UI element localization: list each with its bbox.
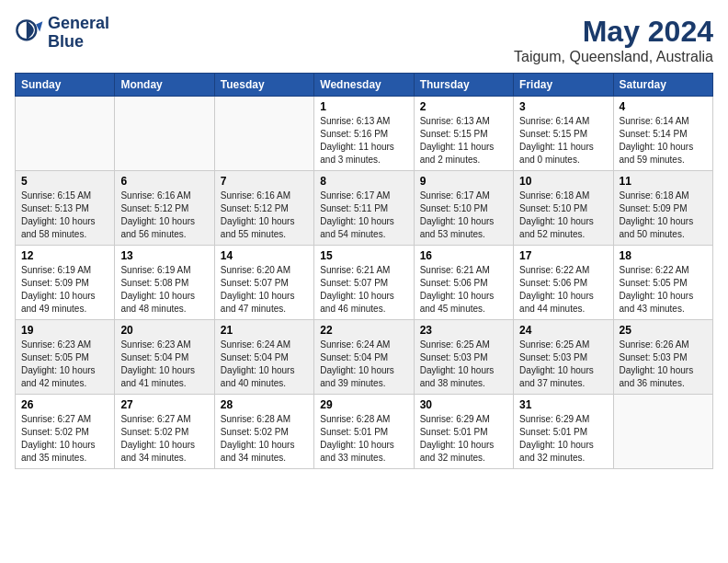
weekday-header-tuesday: Tuesday: [214, 74, 313, 97]
calendar-cell: 8Sunrise: 6:17 AM Sunset: 5:11 PM Daylig…: [314, 171, 414, 246]
calendar-cell: 21Sunrise: 6:24 AM Sunset: 5:04 PM Dayli…: [214, 320, 313, 395]
calendar-cell: 2Sunrise: 6:13 AM Sunset: 5:15 PM Daylig…: [414, 97, 513, 171]
weekday-header-saturday: Saturday: [613, 74, 712, 97]
day-info: Sunrise: 6:18 AM Sunset: 5:10 PM Dayligh…: [519, 190, 607, 241]
calendar-cell: 1Sunrise: 6:13 AM Sunset: 5:16 PM Daylig…: [314, 97, 414, 171]
calendar-cell: 29Sunrise: 6:28 AM Sunset: 5:01 PM Dayli…: [314, 395, 414, 469]
calendar-cell: 4Sunrise: 6:14 AM Sunset: 5:14 PM Daylig…: [613, 97, 712, 171]
day-number: 3: [519, 100, 607, 113]
day-number: 28: [221, 398, 308, 411]
calendar-cell: 20Sunrise: 6:23 AM Sunset: 5:04 PM Dayli…: [115, 320, 214, 395]
calendar-cell: 6Sunrise: 6:16 AM Sunset: 5:12 PM Daylig…: [115, 171, 214, 246]
calendar-cell: 25Sunrise: 6:26 AM Sunset: 5:03 PM Dayli…: [613, 320, 712, 395]
day-number: 19: [21, 324, 108, 337]
calendar-cell: [115, 97, 214, 171]
day-info: Sunrise: 6:25 AM Sunset: 5:03 PM Dayligh…: [519, 339, 607, 390]
day-info: Sunrise: 6:23 AM Sunset: 5:05 PM Dayligh…: [21, 339, 108, 390]
day-info: Sunrise: 6:19 AM Sunset: 5:09 PM Dayligh…: [21, 264, 108, 316]
calendar-cell: 5Sunrise: 6:15 AM Sunset: 5:13 PM Daylig…: [16, 171, 115, 246]
day-info: Sunrise: 6:16 AM Sunset: 5:12 PM Dayligh…: [221, 190, 308, 241]
calendar-cell: 14Sunrise: 6:20 AM Sunset: 5:07 PM Dayli…: [214, 246, 313, 320]
day-number: 25: [620, 324, 707, 337]
calendar-cell: 13Sunrise: 6:19 AM Sunset: 5:08 PM Dayli…: [115, 246, 214, 320]
calendar-cell: 27Sunrise: 6:27 AM Sunset: 5:02 PM Dayli…: [115, 395, 214, 469]
weekday-header-thursday: Thursday: [414, 74, 513, 97]
calendar-week-2: 5Sunrise: 6:15 AM Sunset: 5:13 PM Daylig…: [16, 171, 713, 246]
day-number: 21: [221, 324, 308, 337]
weekday-header-sunday: Sunday: [16, 74, 115, 97]
logo: General Blue: [15, 15, 109, 52]
weekday-header-row: SundayMondayTuesdayWednesdayThursdayFrid…: [16, 74, 713, 97]
weekday-header-wednesday: Wednesday: [314, 74, 414, 97]
calendar-cell: 28Sunrise: 6:28 AM Sunset: 5:02 PM Dayli…: [214, 395, 313, 469]
day-info: Sunrise: 6:29 AM Sunset: 5:01 PM Dayligh…: [519, 413, 607, 465]
calendar-cell: 31Sunrise: 6:29 AM Sunset: 5:01 PM Dayli…: [514, 395, 613, 469]
calendar-cell: 23Sunrise: 6:25 AM Sunset: 5:03 PM Dayli…: [414, 320, 513, 395]
day-info: Sunrise: 6:25 AM Sunset: 5:03 PM Dayligh…: [420, 339, 507, 390]
calendar-cell: 16Sunrise: 6:21 AM Sunset: 5:06 PM Dayli…: [414, 246, 513, 320]
day-info: Sunrise: 6:17 AM Sunset: 5:10 PM Dayligh…: [420, 190, 507, 241]
page-header: General Blue May 2024 Taigum, Queensland…: [15, 15, 713, 65]
day-number: 9: [420, 175, 507, 188]
weekday-header-friday: Friday: [514, 74, 613, 97]
day-info: Sunrise: 6:15 AM Sunset: 5:13 PM Dayligh…: [21, 190, 108, 241]
day-number: 29: [320, 398, 407, 411]
day-info: Sunrise: 6:22 AM Sunset: 5:05 PM Dayligh…: [620, 264, 707, 316]
day-number: 12: [21, 249, 108, 262]
day-info: Sunrise: 6:17 AM Sunset: 5:11 PM Dayligh…: [320, 190, 407, 241]
day-info: Sunrise: 6:16 AM Sunset: 5:12 PM Dayligh…: [120, 190, 208, 241]
day-info: Sunrise: 6:13 AM Sunset: 5:16 PM Dayligh…: [320, 115, 407, 167]
calendar-cell: 9Sunrise: 6:17 AM Sunset: 5:10 PM Daylig…: [414, 171, 513, 246]
calendar-week-4: 19Sunrise: 6:23 AM Sunset: 5:05 PM Dayli…: [16, 320, 713, 395]
day-info: Sunrise: 6:21 AM Sunset: 5:07 PM Dayligh…: [320, 264, 407, 316]
calendar-cell: 12Sunrise: 6:19 AM Sunset: 5:09 PM Dayli…: [16, 246, 115, 320]
day-info: Sunrise: 6:14 AM Sunset: 5:15 PM Dayligh…: [519, 115, 607, 167]
day-number: 5: [21, 175, 108, 188]
day-number: 16: [420, 249, 507, 262]
calendar-cell: 17Sunrise: 6:22 AM Sunset: 5:06 PM Dayli…: [514, 246, 613, 320]
calendar-cell: 7Sunrise: 6:16 AM Sunset: 5:12 PM Daylig…: [214, 171, 313, 246]
day-info: Sunrise: 6:26 AM Sunset: 5:03 PM Dayligh…: [620, 339, 707, 390]
day-number: 22: [320, 324, 407, 337]
month-title: May 2024: [514, 15, 713, 49]
calendar-week-1: 1Sunrise: 6:13 AM Sunset: 5:16 PM Daylig…: [16, 97, 713, 171]
calendar-cell: 15Sunrise: 6:21 AM Sunset: 5:07 PM Dayli…: [314, 246, 414, 320]
day-number: 10: [519, 175, 607, 188]
day-number: 2: [420, 100, 507, 113]
day-number: 11: [620, 175, 707, 188]
day-number: 20: [120, 324, 208, 337]
day-number: 18: [620, 249, 707, 262]
day-number: 8: [320, 175, 407, 188]
day-number: 6: [120, 175, 208, 188]
day-number: 1: [320, 100, 407, 113]
day-info: Sunrise: 6:22 AM Sunset: 5:06 PM Dayligh…: [519, 264, 607, 316]
day-info: Sunrise: 6:24 AM Sunset: 5:04 PM Dayligh…: [320, 339, 407, 390]
location-title: Taigum, Queensland, Australia: [514, 49, 713, 65]
day-info: Sunrise: 6:13 AM Sunset: 5:15 PM Dayligh…: [420, 115, 507, 167]
calendar-cell: 18Sunrise: 6:22 AM Sunset: 5:05 PM Dayli…: [613, 246, 712, 320]
day-number: 17: [519, 249, 607, 262]
day-info: Sunrise: 6:28 AM Sunset: 5:02 PM Dayligh…: [221, 413, 308, 465]
calendar-cell: 11Sunrise: 6:18 AM Sunset: 5:09 PM Dayli…: [613, 171, 712, 246]
day-number: 31: [519, 398, 607, 411]
day-info: Sunrise: 6:18 AM Sunset: 5:09 PM Dayligh…: [620, 190, 707, 241]
day-number: 13: [120, 249, 208, 262]
calendar-cell: [613, 395, 712, 469]
day-number: 14: [221, 249, 308, 262]
day-info: Sunrise: 6:27 AM Sunset: 5:02 PM Dayligh…: [120, 413, 208, 465]
calendar-cell: 24Sunrise: 6:25 AM Sunset: 5:03 PM Dayli…: [514, 320, 613, 395]
day-info: Sunrise: 6:27 AM Sunset: 5:02 PM Dayligh…: [21, 413, 108, 465]
day-number: 15: [320, 249, 407, 262]
calendar-cell: 10Sunrise: 6:18 AM Sunset: 5:10 PM Dayli…: [514, 171, 613, 246]
day-info: Sunrise: 6:20 AM Sunset: 5:07 PM Dayligh…: [221, 264, 308, 316]
calendar-cell: 3Sunrise: 6:14 AM Sunset: 5:15 PM Daylig…: [514, 97, 613, 171]
day-info: Sunrise: 6:29 AM Sunset: 5:01 PM Dayligh…: [420, 413, 507, 465]
weekday-header-monday: Monday: [115, 74, 214, 97]
calendar-week-3: 12Sunrise: 6:19 AM Sunset: 5:09 PM Dayli…: [16, 246, 713, 320]
calendar-week-5: 26Sunrise: 6:27 AM Sunset: 5:02 PM Dayli…: [16, 395, 713, 469]
logo-text: General Blue: [48, 15, 109, 52]
calendar-cell: 19Sunrise: 6:23 AM Sunset: 5:05 PM Dayli…: [16, 320, 115, 395]
day-info: Sunrise: 6:28 AM Sunset: 5:01 PM Dayligh…: [320, 413, 407, 465]
day-number: 4: [620, 100, 707, 113]
day-number: 27: [120, 398, 208, 411]
